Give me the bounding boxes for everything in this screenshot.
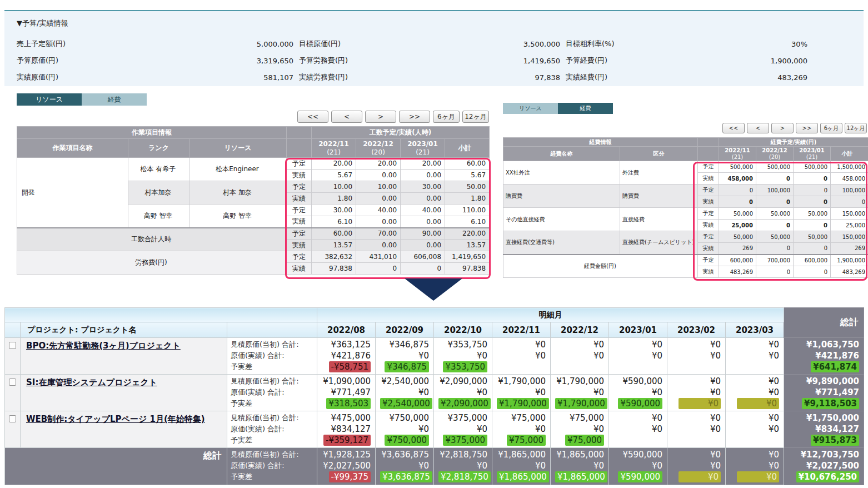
project-checkbox[interactable] — [9, 379, 16, 386]
project-link[interactable]: SI:在庫管理システムプロジェクト — [26, 377, 157, 387]
budget-panel-title[interactable]: ▼予算/実績情報 — [17, 18, 68, 28]
variance-line — [730, 361, 779, 372]
variance-badge-green: ¥590,000 — [618, 398, 662, 409]
project-checkbox[interactable] — [9, 415, 16, 422]
pager-first[interactable]: << — [297, 111, 328, 123]
expense-name-cell: XX社外注 — [503, 161, 620, 185]
estimate-value: ¥1,790,000 — [497, 376, 546, 387]
actual-value: ¥0 — [438, 350, 487, 361]
estimate-total: ¥12,703,750 — [789, 449, 859, 460]
month-header: 2022/12(20) — [356, 139, 401, 158]
month-header: 2022/11(21) — [312, 139, 356, 158]
actual-row-label: 実績 — [287, 170, 312, 181]
variance-badge-green: ¥375,000 — [443, 435, 487, 446]
variance-badge-red: -¥99,375 — [329, 471, 371, 482]
plan-value: 40.00 — [356, 205, 401, 216]
pager-prev[interactable]: < — [747, 123, 769, 133]
project-link[interactable]: BPO:先方常駐勤務(3ヶ月)プロジェクト — [26, 341, 181, 351]
actual-value-link[interactable]: 0 — [794, 220, 831, 231]
actual-value-link[interactable]: 0 — [756, 173, 794, 185]
tab-expense[interactable]: 経費 — [82, 93, 147, 106]
actual-value-link[interactable]: 458,000 — [719, 173, 756, 185]
month-cell: ¥0¥0 — [551, 338, 609, 375]
plan-row-label: 予定 — [698, 185, 719, 196]
variance-badge-green: ¥1,865,000 — [555, 471, 607, 482]
pager-prev[interactable]: < — [331, 111, 362, 123]
variance-badge-green: ¥915,873 — [811, 435, 859, 446]
checkbox-column-header — [5, 322, 21, 338]
rank-cell: 高野 智幸 — [128, 205, 189, 228]
variance-line: ¥915,873 — [789, 435, 859, 446]
variance-line: ¥10,676,250 — [789, 471, 859, 482]
total-row-label: 労務費(円) — [17, 251, 287, 275]
month-header: 2023/01(21) — [794, 147, 831, 161]
pager-6months[interactable]: 6ヶ月 — [433, 111, 460, 123]
actual-value: ¥0 — [672, 424, 721, 435]
estimate-value: ¥590,000 — [613, 376, 662, 387]
month-cell: ¥1,790,000¥0¥1,790,000 — [492, 375, 551, 411]
variance-line: ¥590,000 — [613, 398, 662, 409]
actual-value-link[interactable]: 0 — [794, 173, 831, 185]
actual-value-link[interactable]: 25,000 — [719, 220, 756, 231]
tab-expense[interactable]: 経費 — [558, 103, 613, 114]
plan-value: 1,500,000 — [831, 161, 868, 173]
variance-badge-red: -¥58,751 — [329, 361, 371, 372]
variance-badge-green: ¥346,875 — [385, 361, 429, 372]
variance-badge-green: ¥353,750 — [443, 361, 487, 372]
expense-category-cell: 購買費 — [620, 185, 698, 208]
work-item-group-header: 作業項目情報 — [17, 127, 287, 139]
pager-next[interactable]: > — [365, 111, 396, 123]
pager-12months[interactable]: 12ヶ月 — [462, 111, 489, 123]
actual-value: ¥0 — [613, 460, 662, 471]
plan-value: 30.00 — [401, 181, 445, 193]
variance-badge-green: ¥3,636,875 — [380, 471, 432, 482]
project-checkbox[interactable] — [9, 342, 16, 349]
actual-value: ¥0 — [613, 350, 662, 361]
plan-row-label: 予定 — [698, 231, 719, 243]
pager-last[interactable]: >> — [399, 111, 430, 123]
variance-badge-green: ¥1,865,000 — [497, 471, 549, 482]
plan-value: 100,000 — [756, 185, 794, 196]
month-column-header: 2022/11 — [492, 322, 551, 338]
actual-value: 458,000 — [831, 173, 868, 185]
working-days-label: (21) — [416, 148, 430, 156]
working-days-label: (21) — [732, 154, 744, 160]
rank-cell: 村本加奈 — [128, 181, 189, 205]
pager-last[interactable]: >> — [796, 123, 818, 133]
actual-row-label: 実績 — [698, 243, 719, 255]
pager-first[interactable]: << — [722, 123, 745, 133]
variance-line: ¥75,000 — [555, 435, 604, 446]
variance-line: ¥9,118,503 — [789, 398, 859, 409]
pager-6months[interactable]: 6ヶ月 — [820, 123, 842, 133]
month-cell: ¥346,875¥0¥346,875 — [376, 338, 434, 375]
actual-value-link[interactable]: 0 — [719, 196, 756, 208]
plan-total-value: 600,000 — [719, 255, 756, 266]
estimate-value: ¥0 — [613, 339, 662, 350]
tab-resource[interactable]: リソース — [503, 103, 558, 114]
row-label: 見積原価(当初) 合計: — [231, 412, 313, 424]
actual-value: 0.00 — [401, 193, 445, 205]
variance-line: ¥353,750 — [438, 361, 487, 372]
actual-value-link[interactable]: 0 — [794, 196, 831, 208]
plan-value: 500,000 — [794, 161, 831, 173]
resource-cell: 松本Engineer — [189, 158, 287, 181]
row-label: 予実差 — [231, 361, 313, 372]
actual-value-link[interactable]: 0 — [756, 196, 794, 208]
actual-value-link[interactable]: 0 — [756, 220, 794, 231]
row-label: 見積原価(当初) 合計: — [231, 376, 313, 387]
actual-row-label: 実績 — [698, 173, 719, 185]
variance-line: ¥750,000 — [380, 435, 429, 446]
plan-value: 50.00 — [445, 181, 490, 193]
month-cell: ¥363,125¥421,876-¥58,751 — [317, 338, 376, 375]
row-total-cell: ¥1,750,000¥834,127¥915,873 — [784, 411, 864, 448]
budget-field-value: 1,900,000 — [721, 57, 807, 65]
month-cell: ¥1,928,125¥2,027,500-¥99,375 — [317, 448, 376, 485]
tab-resource[interactable]: リソース — [17, 93, 82, 106]
project-link[interactable]: WEB制作:タイアップLPページ 1月(年始特集) — [26, 414, 205, 424]
variance-line — [613, 361, 662, 372]
pager-12months[interactable]: 12ヶ月 — [845, 123, 867, 133]
month-label: 2022/11 — [318, 140, 348, 148]
actual-value: ¥0 — [497, 350, 546, 361]
variance-line — [730, 435, 779, 446]
pager-next[interactable]: > — [771, 123, 794, 133]
